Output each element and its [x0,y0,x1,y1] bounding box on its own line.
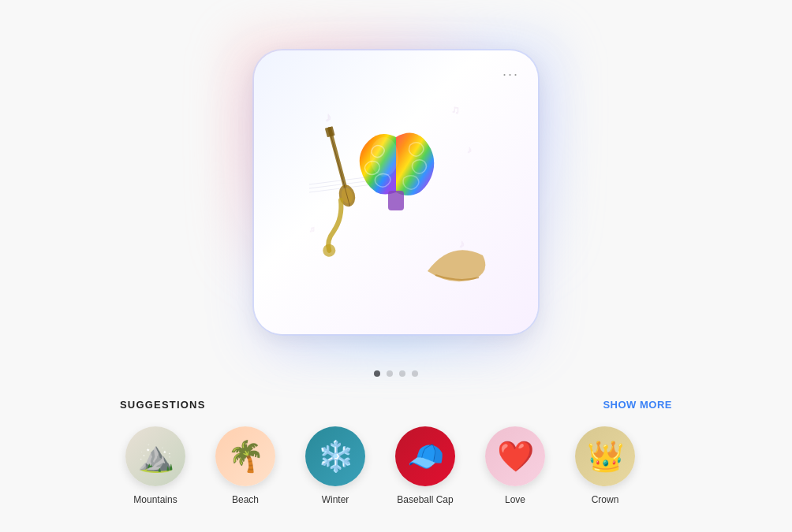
suggestion-item-baseball-cap[interactable]: 🧢Baseball Cap [390,426,461,505]
svg-point-10 [321,243,338,259]
dot-2[interactable] [387,370,393,377]
suggestion-circle-baseball-cap: 🧢 [395,426,455,486]
svg-text:♪: ♪ [459,237,465,250]
svg-line-14 [309,180,372,188]
suggestion-item-crown[interactable]: 👑Crown [570,426,641,505]
hero-card-inner: ♪ ♫ ♪ ♬ ♪ [254,50,538,334]
saxophone-icon [321,200,353,259]
svg-text:♫: ♫ [451,103,460,116]
svg-text:♪: ♪ [325,110,331,124]
suggestion-circle-crown: 👑 [575,426,635,486]
suggestion-label-love: Love [505,494,525,505]
dot-1[interactable] [374,370,380,377]
suggestion-item-winter[interactable]: ❄️Winter [300,426,371,505]
svg-text:♬: ♬ [309,225,316,233]
suggestion-item-beach[interactable]: 🌴Beach [210,426,281,505]
brain-illustration: ♪ ♫ ♪ ♬ ♪ [278,74,514,311]
carousel-dots [374,370,418,377]
suggestion-label-mountains: Mountains [133,494,177,505]
suggestion-circle-winter: ❄️ [305,426,365,486]
suggestions-title: SUGGESTIONS [120,399,206,411]
suggestion-label-crown: Crown [592,494,619,505]
suggestions-section: SUGGESTIONS SHOW MORE ⛰️Mountains🌴Beach❄… [120,399,672,505]
main-container: ··· ♪ ♫ ♪ ♬ ♪ [41,27,751,505]
suggestions-header: SUGGESTIONS SHOW MORE [120,399,672,411]
suggestion-item-mountains[interactable]: ⛰️Mountains [120,426,191,505]
show-more-button[interactable]: SHOW MORE [603,399,672,411]
svg-text:♪: ♪ [467,144,472,155]
suggestion-label-baseball-cap: Baseball Cap [397,494,453,505]
suggestion-circle-beach: 🌴 [215,426,275,486]
guitar-icon [321,125,357,209]
brain-icon [360,132,434,210]
suggestion-circle-mountains: ⛰️ [125,426,185,486]
svg-rect-11 [388,191,404,210]
hero-wrapper: ··· ♪ ♫ ♪ ♬ ♪ [222,27,570,358]
suggestion-label-winter: Winter [322,494,349,505]
suggestions-grid: ⛰️Mountains🌴Beach❄️Winter🧢Baseball Cap❤️… [120,426,672,505]
hero-card: ··· ♪ ♫ ♪ ♬ ♪ [254,50,538,334]
suggestion-circle-love: ❤️ [485,426,545,486]
suggestion-item-love[interactable]: ❤️Love [480,426,551,505]
svg-point-12 [370,137,398,177]
svg-rect-9 [325,126,335,137]
dot-4[interactable] [412,370,418,377]
suggestion-label-beach: Beach [232,494,259,505]
rocking-chair-icon [428,250,485,281]
dot-3[interactable] [399,370,405,377]
